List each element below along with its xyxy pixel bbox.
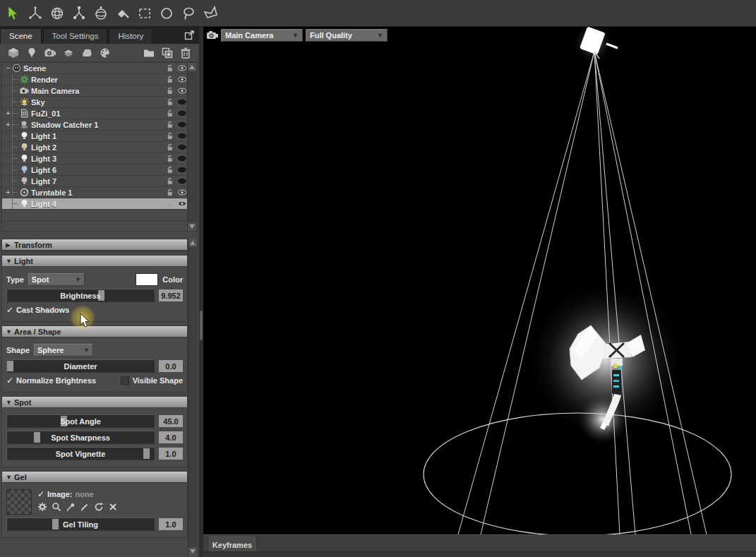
spot-vignette-value[interactable]: 1.0 (159, 448, 183, 460)
lock-open-icon[interactable] (164, 97, 176, 107)
lock-open-icon[interactable] (164, 75, 176, 84)
tree-item-main-camera[interactable]: Main Camera (2, 85, 188, 97)
eye-open-icon[interactable] (176, 200, 188, 207)
gel-header[interactable]: ▼ Gel (2, 472, 187, 483)
select-tool-icon[interactable] (3, 3, 24, 24)
light-type-dropdown[interactable]: Spot ▼ (28, 273, 85, 286)
slider-handle[interactable] (143, 448, 150, 459)
refresh-icon[interactable] (94, 502, 104, 512)
polygon-lasso-tool-icon[interactable] (200, 3, 221, 24)
spot-header[interactable]: ▼ Spot (2, 397, 187, 408)
eye-closed-icon[interactable] (176, 167, 188, 173)
undock-panel-icon[interactable] (184, 30, 195, 41)
normalize-brightness-checkbox[interactable]: ✓ (6, 376, 13, 385)
light-header[interactable]: ▼ Light (2, 256, 187, 267)
move-tool-icon[interactable] (25, 3, 46, 24)
properties-scrollbar[interactable] (188, 239, 198, 556)
slider-handle[interactable] (7, 361, 13, 371)
splitter-handle[interactable] (200, 311, 203, 340)
props-scroll-down-icon[interactable] (188, 547, 197, 556)
tree-item-scene[interactable]: −Scene (2, 63, 188, 74)
brightness-slider[interactable]: Brightness (6, 289, 155, 302)
tree-item-turntable-1[interactable]: +Turntable 1 (2, 187, 188, 198)
spot-angle-value[interactable]: 45.0 (159, 415, 183, 427)
eye-open-icon[interactable] (176, 189, 188, 196)
tab-scene[interactable]: Scene (0, 28, 42, 44)
eye-closed-icon[interactable] (176, 144, 188, 150)
lock-open-icon[interactable] (164, 154, 176, 163)
tab-history[interactable]: History (109, 28, 152, 44)
plus-expander-icon[interactable]: + (4, 121, 12, 128)
eye-closed-icon[interactable] (176, 155, 188, 162)
camera-icon[interactable] (41, 46, 59, 60)
marquee-rect-tool-icon[interactable] (134, 3, 155, 24)
gizmo-sphere-tool-icon[interactable] (90, 3, 112, 24)
area-shape-header[interactable]: ▼ Area / Shape (2, 326, 187, 337)
light-color-swatch[interactable] (136, 273, 158, 286)
material-icon[interactable] (59, 46, 78, 60)
pivot-tool-icon[interactable] (68, 3, 90, 24)
magnifier-icon[interactable] (52, 502, 61, 512)
add-group-icon[interactable] (158, 46, 176, 60)
lock-open-icon[interactable] (164, 86, 176, 95)
diameter-value[interactable]: 0.0 (159, 360, 183, 372)
tree-item-shadow-catcher-1[interactable]: +Shadow Catcher 1 (2, 119, 188, 131)
lock-open-icon[interactable] (164, 131, 176, 140)
eyedropper-icon[interactable] (66, 502, 76, 512)
eye-closed-icon[interactable] (176, 121, 188, 128)
paint-flag-tool-icon[interactable] (112, 3, 133, 24)
tree-item-fuzi_01[interactable]: +FuZi_01 (2, 108, 188, 119)
viewport-3d[interactable]: Main Camera ▼ Full Quality ▼ (203, 27, 756, 534)
light-pin-icon[interactable] (23, 46, 41, 60)
lock-open-icon[interactable] (164, 143, 176, 152)
palette-icon[interactable] (96, 46, 114, 60)
camera-select-dropdown[interactable]: Main Camera ▼ (221, 29, 303, 42)
minus-expander-icon[interactable]: − (4, 64, 12, 72)
slider-handle[interactable] (34, 432, 40, 443)
plus-expander-icon[interactable]: + (4, 188, 12, 196)
brightness-value[interactable]: 9.952 (159, 289, 183, 301)
gel-tiling-value[interactable]: 1.0 (159, 518, 183, 530)
tree-scroll-up-icon[interactable] (188, 63, 196, 71)
cube-icon[interactable] (4, 46, 23, 60)
slider-handle[interactable] (52, 519, 59, 529)
transform-header[interactable]: ▶ Transform (2, 239, 187, 251)
spot-sharpness-value[interactable]: 4.0 (159, 431, 183, 443)
eye-closed-icon[interactable] (176, 110, 188, 116)
shape-dropdown[interactable]: Sphere ▼ (34, 344, 93, 357)
trash-icon[interactable] (176, 46, 195, 60)
tree-item-light-1[interactable]: Light 1 (2, 131, 188, 142)
tree-item-light-7[interactable]: Light 7 (2, 176, 188, 187)
folder-icon[interactable] (140, 46, 158, 60)
lock-open-icon[interactable] (164, 188, 176, 197)
eye-open-icon[interactable] (176, 65, 188, 71)
tree-item-light-6[interactable]: Light 6 (2, 164, 188, 176)
visible-shape-checkbox[interactable] (121, 376, 129, 385)
eye-closed-icon[interactable] (176, 178, 188, 184)
gear-icon[interactable] (37, 502, 47, 512)
marquee-ellipse-tool-icon[interactable] (156, 3, 177, 24)
tree-scrollbar[interactable] (187, 63, 197, 231)
rotate-globe-tool-icon[interactable] (47, 3, 68, 24)
lasso-tool-icon[interactable] (178, 3, 199, 24)
tree-item-light-2[interactable]: Light 2 (2, 142, 188, 153)
lock-open-icon[interactable] (164, 109, 176, 118)
gel-tiling-slider[interactable]: Gel Tiling (6, 517, 155, 531)
tree-item-sky[interactable]: Sky (2, 97, 188, 108)
lock-open-icon[interactable] (164, 165, 176, 174)
eye-open-icon[interactable] (176, 88, 188, 94)
tree-item-light-3[interactable]: Light 3 (2, 153, 188, 164)
eye-closed-icon[interactable] (176, 133, 188, 139)
render-quality-dropdown[interactable]: Full Quality ▼ (306, 29, 388, 42)
spot-vignette-slider[interactable]: Spot Vignette (6, 447, 155, 460)
tree-scroll-down-icon[interactable] (188, 222, 196, 231)
diameter-slider[interactable]: Diameter (6, 359, 155, 373)
lock-open-icon[interactable] (164, 199, 176, 208)
environment-icon[interactable] (78, 46, 96, 60)
lock-open-icon[interactable] (164, 176, 176, 186)
tab-tool-settings[interactable]: Tool Settings (43, 28, 108, 44)
keyframes-tab[interactable]: Keyframes (209, 537, 256, 553)
close-x-icon[interactable] (108, 502, 118, 512)
spot-sharpness-slider[interactable]: Spot Sharpness (6, 431, 155, 444)
eye-open-icon[interactable] (176, 76, 188, 83)
